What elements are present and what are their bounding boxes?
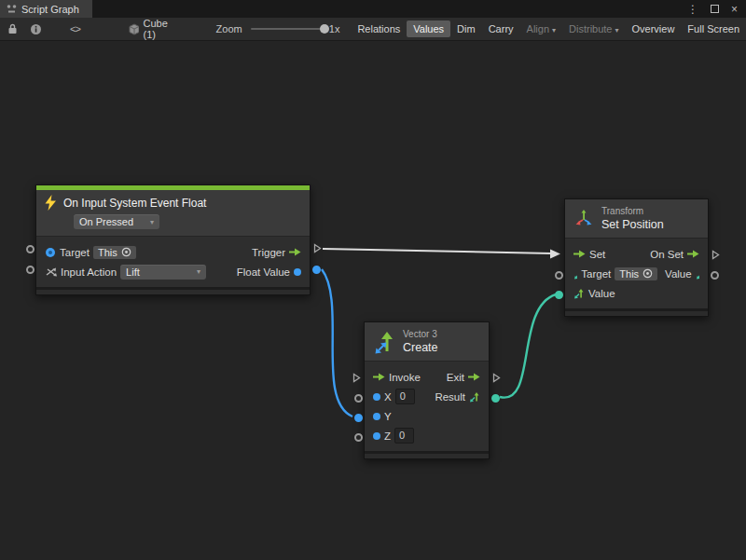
set-label: Set: [589, 249, 605, 260]
set-onset-row: Set On Set: [565, 244, 708, 264]
graph-target[interactable]: Cube (1): [129, 18, 179, 40]
title-bar: Script Graph ⋮ ×: [0, 0, 746, 18]
tab-script-graph[interactable]: Script Graph: [0, 0, 92, 18]
node-vector3-create[interactable]: Vector 3 Create Invoke Exit X 0 Result: [364, 321, 490, 459]
lock-icon[interactable]: [7, 23, 18, 34]
y-row: Y: [365, 406, 489, 426]
x-result-row: X 0 Result: [365, 387, 489, 406]
port-y-in[interactable]: [354, 414, 363, 422]
z-row: Z 0: [365, 426, 489, 445]
target-row: Target This Trigger: [36, 242, 310, 262]
flow-arrow-icon: [289, 248, 301, 256]
on-set-label: On Set: [650, 249, 684, 260]
carry-button[interactable]: Carry: [482, 20, 520, 37]
target-object-field[interactable]: This: [615, 267, 657, 280]
vector3-type-icon: [573, 268, 577, 280]
overview-button[interactable]: Overview: [626, 20, 682, 37]
port-target-in[interactable]: [26, 245, 35, 253]
input-action-row: Input Action Lift▾ Float Value: [36, 262, 310, 281]
dim-button[interactable]: Dim: [450, 20, 482, 37]
window-menu-icon[interactable]: ⋮: [687, 3, 698, 16]
float-type-icon: [373, 413, 380, 420]
node-type-label: Vector 3: [403, 329, 438, 339]
input-action-dropdown[interactable]: Lift▾: [120, 265, 206, 280]
port-on-set-out[interactable]: [711, 250, 720, 260]
values-button[interactable]: Values: [407, 20, 450, 37]
invoke-exit-row: Invoke Exit: [365, 367, 489, 387]
graph-toolbar: <> Cube (1) Zoom 1x Relations Values Dim…: [0, 18, 746, 41]
node-title: Create: [403, 341, 438, 354]
zoom-value: 1x: [329, 23, 340, 34]
vector3-type-icon: [696, 268, 699, 280]
float-type-icon: [373, 432, 380, 440]
port-float-value-out[interactable]: [312, 266, 321, 274]
node-footer: [36, 287, 310, 294]
port-input-action-in[interactable]: [26, 266, 35, 274]
code-icon[interactable]: <>: [70, 23, 80, 34]
port-value-out[interactable]: [711, 271, 719, 280]
flow-arrow-icon: [373, 373, 385, 381]
zoom-slider-track: [251, 28, 325, 30]
port-invoke-in[interactable]: [352, 373, 361, 383]
align-dropdown[interactable]: Align▾: [520, 20, 562, 37]
vector3-type-icon: [469, 391, 480, 403]
fullscreen-button[interactable]: Full Screen: [681, 20, 746, 37]
node-type-label: Transform: [601, 206, 664, 216]
wire-arrowhead: [550, 250, 560, 259]
tab-title: Script Graph: [21, 4, 79, 15]
float-value-label: Float Value: [237, 266, 290, 278]
y-label: Y: [384, 411, 392, 422]
chevron-down-icon: ▾: [197, 267, 200, 276]
zoom-slider[interactable]: [251, 24, 325, 34]
float-type-icon: [373, 393, 380, 401]
trigger-label: Trigger: [252, 247, 285, 258]
target-object-field[interactable]: This: [93, 246, 136, 259]
chevron-down-icon: ▾: [615, 26, 619, 34]
graph-icon: [7, 4, 17, 14]
port-x-in[interactable]: [354, 394, 363, 403]
lightning-icon: [44, 195, 58, 211]
x-value-field[interactable]: 0: [395, 389, 415, 404]
target-value-row: Target This Value: [565, 264, 708, 283]
transform-icon: [573, 209, 594, 229]
x-label: X: [384, 391, 392, 403]
self-target-icon: [121, 247, 131, 257]
node-on-input-system-event-float[interactable]: On Input System Event Float On Pressed▾ …: [35, 184, 311, 295]
graph-target-label: Cube (1): [144, 18, 179, 40]
port-exit-out[interactable]: [492, 373, 501, 383]
cube-icon: [129, 23, 139, 35]
port-trigger-out[interactable]: [313, 243, 322, 253]
node-title: On Input System Event Float: [63, 197, 206, 210]
port-value-in[interactable]: [555, 291, 563, 299]
info-icon[interactable]: [30, 23, 42, 35]
wire-trigger-to-set: [323, 249, 551, 253]
input-reference-icon: [45, 247, 56, 258]
close-icon[interactable]: ×: [731, 3, 738, 16]
target-label: Target: [581, 268, 611, 280]
zoom-slider-knob[interactable]: [320, 24, 329, 34]
target-label: Target: [60, 247, 90, 258]
flow-arrow-icon: [573, 250, 586, 258]
z-value-field[interactable]: 0: [394, 428, 414, 444]
value-out-label: Value: [665, 268, 692, 280]
relations-button[interactable]: Relations: [351, 20, 407, 37]
event-mode-dropdown[interactable]: On Pressed▾: [74, 214, 159, 229]
flow-arrow-icon: [468, 373, 480, 381]
value-in-label: Value: [588, 288, 615, 299]
input-action-icon: [45, 266, 57, 278]
maximize-icon[interactable]: [711, 5, 719, 13]
value-in-row: Value: [565, 283, 708, 303]
chevron-down-icon: ▾: [552, 26, 556, 34]
flow-arrow-icon: [687, 250, 699, 258]
node-footer: [365, 451, 489, 458]
port-result-out[interactable]: [491, 394, 500, 403]
z-label: Z: [384, 430, 391, 442]
node-transform-set-position[interactable]: Transform Set Position Set On Set Target: [564, 198, 709, 317]
wire-result-to-value: [500, 294, 556, 398]
node-footer: [565, 308, 708, 316]
vector3-create-icon: [373, 330, 395, 354]
port-transform-target-in[interactable]: [555, 271, 563, 280]
distribute-dropdown[interactable]: Distribute▾: [562, 20, 625, 37]
port-z-in[interactable]: [354, 433, 363, 442]
invoke-label: Invoke: [389, 372, 421, 383]
